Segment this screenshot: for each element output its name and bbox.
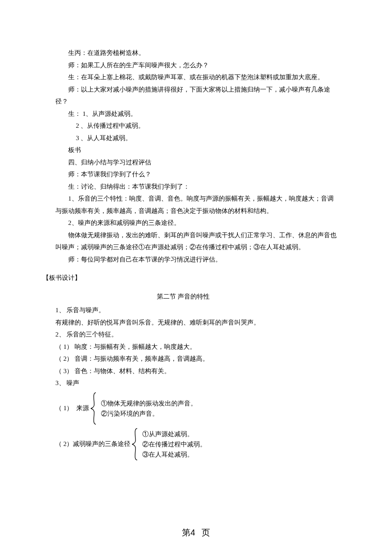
dialogue-line: 生丙：在道路旁植树造林。 <box>55 47 337 59</box>
dialogue-line: 师：如果工人所在的生产车间噪声很大，怎么办？ <box>55 59 337 72</box>
summary-point: 1、乐音的三个特性：响度、音调、音色。响度与声源的振幅有关，振幅越大，响度越大；… <box>55 193 337 217</box>
bracket-item: ②在传播过程中减弱。 <box>142 439 206 449</box>
summary-point: 物体做无规律振动，发出的难听、刺耳的声音叫噪声或干扰人们正常学习、工作、休息的声… <box>55 229 337 253</box>
bracket-item: ③在人耳处减弱。 <box>142 449 206 460</box>
list-item: 3 、从人耳处减弱。 <box>55 132 337 144</box>
left-brace-icon <box>89 392 98 425</box>
section-heading: 四、归纳小结与学习过程评估 <box>55 156 337 169</box>
outline-item: 3、 噪声 <box>55 377 337 389</box>
footer-suffix: 页 <box>202 528 210 537</box>
dialogue-line: 生：在耳朵上塞上棉花、或戴防噪声耳罩、或在振动的机器下垫泡沫塑料或加重加大底座。 <box>55 71 337 83</box>
board-outline: 1、 乐音与噪声。 有规律的、好听的悦耳声音叫乐音。无规律的、难听刺耳的声音叫哭… <box>55 304 337 461</box>
outline-item: 1、 乐音与噪声。 <box>55 304 337 316</box>
summary-point: 2、噪声的来源和减弱噪声的三条途径。 <box>55 217 337 229</box>
outline-item: 2、 乐音的三个特征。 <box>55 328 337 341</box>
page-footer: 第4 页 <box>0 524 392 541</box>
outline-subitem: （ 1） 响度：与振幅有关，振幅越大，响度越大。 <box>55 341 337 353</box>
bracket-paths: （ 2）减弱噪声的三条途径 ①从声源处减弱。 ②在传播过程中减弱。 ③在人耳处减… <box>55 428 337 461</box>
bracket-label: （ 1） 来源 <box>55 402 89 414</box>
dialogue-line: 师：以上大家对减小噪声的措施讲得很好，下面大家将以上措施归纳一下，减小噪声有几条… <box>55 83 337 108</box>
dialogue-line: 生：讨论、归纳得出：本节课我们学到了： <box>55 181 337 193</box>
bracket-item: ①从声源处减弱。 <box>142 429 206 439</box>
dialogue-line: 师：每位同学都对自己在本节课的学习情况进行评估。 <box>55 253 337 266</box>
lesson-title: 第二节 声音的特性 <box>55 290 311 303</box>
document-page: 生丙：在道路旁植树造林。 师：如果工人所在的生产车间噪声很大，怎么办？ 生：在耳… <box>0 0 392 555</box>
dialogue-line: 师：本节课我们学到了什么？ <box>55 168 337 181</box>
dialogue-line: 板书 <box>55 144 337 156</box>
bracket-item: ②污染环境的声音。 <box>101 408 197 419</box>
outline-subitem: （ 3） 音色：与物体、材料、结构有关。 <box>55 365 337 377</box>
bracket-source: （ 1） 来源 ①物体无规律的振动发出的声音。 ②污染环境的声音。 <box>55 392 337 425</box>
page-number: 4 <box>190 528 195 537</box>
footer-prefix: 第 <box>182 528 190 537</box>
board-design-label: 【板书设计】 <box>43 272 337 284</box>
bracket-label: （ 2）减弱噪声的三条途径 <box>55 438 130 450</box>
bracket-items: ①从声源处减弱。 ②在传播过程中减弱。 ③在人耳处减弱。 <box>140 429 206 460</box>
bracket-item: ①物体无规律的振动发出的声音。 <box>101 398 197 408</box>
bracket-items: ①物体无规律的振动发出的声音。 ②污染环境的声音。 <box>98 398 197 419</box>
outline-subitem: （ 2） 音调：与振动频率有关，频率越高，音调越高。 <box>55 353 337 365</box>
outline-item: 有规律的、好听的悦耳声音叫乐音。无规律的、难听刺耳的声音叫哭声。 <box>55 316 337 329</box>
list-item: 2 、从传播过程中减弱。 <box>55 120 337 132</box>
dialogue-line: 生： 1、从声源处减弱。 <box>55 108 337 120</box>
left-brace-icon <box>130 428 140 461</box>
